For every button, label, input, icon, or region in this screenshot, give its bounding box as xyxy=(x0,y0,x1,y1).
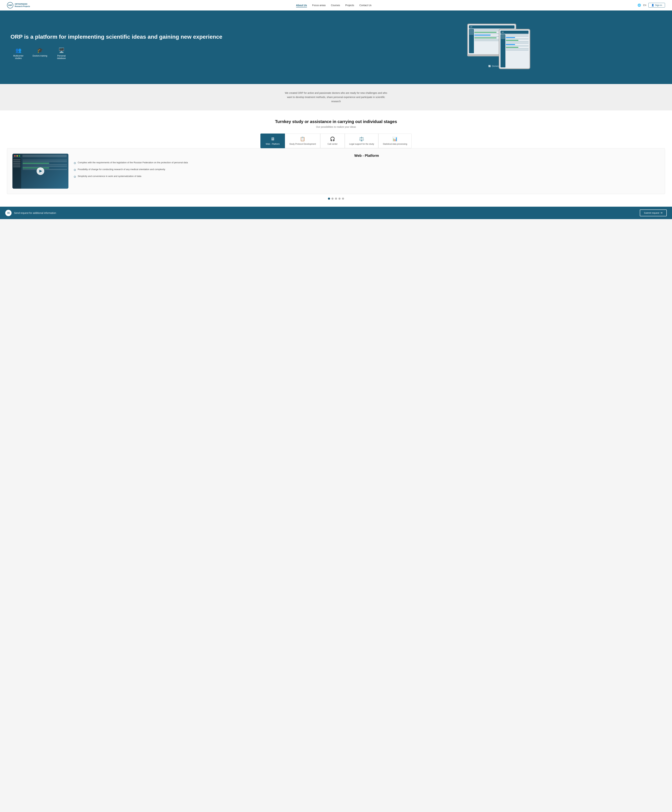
hero-right: ORP xyxy=(336,24,662,69)
call-center-icon: 🎧 xyxy=(330,136,335,142)
video-sidebar xyxy=(12,158,21,189)
submit-request-button[interactable]: Submit request ✉ xyxy=(640,210,667,216)
video-topbar xyxy=(12,154,68,158)
tab-call-center-label: Call center xyxy=(327,143,338,145)
user-icon: 👤 xyxy=(652,4,654,7)
services-subtitle: Our possibilities to realize your ideas xyxy=(7,126,665,128)
feature-doctors: 🎓 Doctors training xyxy=(32,48,47,57)
url-bar xyxy=(22,155,67,157)
dot-5[interactable] xyxy=(342,198,344,200)
dot-2[interactable] xyxy=(331,198,334,200)
hero-left: ORP is a platform for implementing scien… xyxy=(10,33,222,60)
hero-features: 👥 Multicenter studies 🎓 Doctors training… xyxy=(10,48,222,60)
mail-icon: ✉ xyxy=(5,210,12,216)
play-icon xyxy=(39,170,42,172)
mockup-container: ORP xyxy=(467,24,530,69)
point-text-2: Simplicity and convenience in work and s… xyxy=(78,174,141,178)
submit-arrow-icon: ✉ xyxy=(661,212,663,214)
panel-video-inner xyxy=(12,154,68,189)
statistical-icon: 📊 xyxy=(392,136,397,142)
globe-icon[interactable]: 🌐 xyxy=(638,3,641,7)
feature-multicenter-label: Multicenter studies xyxy=(10,55,26,60)
footer-left: ✉ Send request for additional informatio… xyxy=(5,210,56,216)
nav-item-about[interactable]: About Us xyxy=(296,4,307,7)
services-section: Turnkey study or assistance in carrying … xyxy=(0,111,672,207)
doctors-icon: 🎓 xyxy=(37,48,43,53)
tab-study-protocol[interactable]: 📋 Study Protocol Development xyxy=(285,133,320,148)
sign-in-button[interactable]: 👤 Sign in xyxy=(648,3,665,7)
logo[interactable]: ORP ORTHOPAEDICResearch Projects xyxy=(7,2,30,9)
feature-multicenter: 👥 Multicenter studies xyxy=(10,48,26,60)
service-panel: Web - Platform ⊙ Complies with the requi… xyxy=(7,148,665,194)
tab-web-platform-label: Web - Platform xyxy=(266,143,280,145)
language-selector[interactable]: EN xyxy=(643,4,646,7)
panel-point-0: ⊙ Complies with the requirements of the … xyxy=(74,161,660,165)
web-platform-icon: 🖥 xyxy=(271,136,275,142)
tablet-screen-content: ORP xyxy=(500,29,530,68)
dot-1[interactable] xyxy=(328,198,330,200)
panel-point-1: ⊙ Possibility of change for conducting r… xyxy=(74,168,660,172)
tab-legal-support[interactable]: ⚖️ Legal support for the study xyxy=(345,133,379,148)
about-text: We created ORP for active and passionate… xyxy=(283,91,389,103)
tab-web-platform[interactable]: 🖥 Web - Platform xyxy=(260,133,285,148)
point-text-1: Possibility of change for conducting res… xyxy=(78,168,165,171)
legal-support-icon: ⚖️ xyxy=(359,136,364,142)
dot-green xyxy=(19,155,20,157)
domestic-icon: 🔄 xyxy=(488,65,491,67)
tablet-main xyxy=(506,34,529,67)
panel-video xyxy=(12,154,68,189)
panel-info: Web - Platform ⊙ Complies with the requi… xyxy=(74,154,660,179)
tab-statistical[interactable]: 📊 Statistical data processing xyxy=(379,133,411,148)
multicenter-icon: 👥 xyxy=(15,48,22,53)
feature-database-label: Personal database xyxy=(53,55,69,60)
feature-doctors-label: Doctors training xyxy=(32,55,47,57)
nav-item-focus[interactable]: Focus areas xyxy=(312,4,326,7)
tablet-mockup: ORP xyxy=(499,29,530,69)
tablet-sidebar xyxy=(500,34,505,67)
tablet-topbar: ORP xyxy=(500,31,529,34)
point-text-0: Complies with the requirements of the le… xyxy=(78,161,188,164)
nav-menu: About Us Focus areas Courses Projects Co… xyxy=(296,4,372,7)
point-icon-1: ⊙ xyxy=(74,168,76,172)
video-main-content xyxy=(21,158,68,189)
mock-sidebar xyxy=(469,29,474,53)
navbar: ORP ORTHOPAEDICResearch Projects About U… xyxy=(0,0,672,10)
point-icon-0: ⊙ xyxy=(74,161,76,165)
dot-red xyxy=(14,155,15,157)
panel-points: ⊙ Complies with the requirements of the … xyxy=(74,161,660,179)
feature-database: 🖥️ Personal database xyxy=(53,48,69,60)
tablet-body xyxy=(500,34,529,67)
dot-yellow xyxy=(17,155,18,157)
submit-label: Submit request xyxy=(644,212,659,214)
navbar-right: 🌐 EN 👤 Sign in xyxy=(638,3,665,7)
nav-item-contact[interactable]: Contact Us xyxy=(360,4,372,7)
point-icon-2: ⊙ xyxy=(74,175,76,179)
logo-icon: ORP xyxy=(7,2,13,9)
footer-bar: ✉ Send request for additional informatio… xyxy=(0,207,672,219)
tab-statistical-label: Statistical data processing xyxy=(383,143,407,145)
footer-mail-text: Send request for additional information xyxy=(14,212,56,214)
panel-title: Web - Platform xyxy=(74,154,660,158)
study-protocol-icon: 📋 xyxy=(300,136,305,142)
dot-4[interactable] xyxy=(338,198,341,200)
dot-3[interactable] xyxy=(335,198,337,200)
hero-section: ORP is a platform for implementing scien… xyxy=(0,10,672,84)
tab-legal-support-label: Legal support for the study xyxy=(349,143,374,145)
tabs-row: 🖥 Web - Platform 📋 Study Protocol Develo… xyxy=(7,133,665,148)
about-section: We created ORP for active and passionate… xyxy=(0,84,672,111)
services-title: Turnkey study or assistance in carrying … xyxy=(7,119,665,124)
logo-text: ORTHOPAEDICResearch Projects xyxy=(15,3,30,7)
pagination-dots xyxy=(7,198,665,200)
mock-topbar: ORP xyxy=(469,26,515,29)
hero-title: ORP is a platform for implementing scien… xyxy=(10,33,222,41)
tab-call-center[interactable]: 🎧 Call center xyxy=(320,133,345,148)
panel-point-2: ⊙ Simplicity and convenience in work and… xyxy=(74,174,660,179)
database-icon: 🖥️ xyxy=(58,48,65,53)
nav-item-courses[interactable]: Courses xyxy=(331,4,340,7)
play-button[interactable] xyxy=(37,167,44,175)
tab-study-protocol-label: Study Protocol Development xyxy=(289,143,316,145)
nav-item-projects[interactable]: Projects xyxy=(345,4,354,7)
